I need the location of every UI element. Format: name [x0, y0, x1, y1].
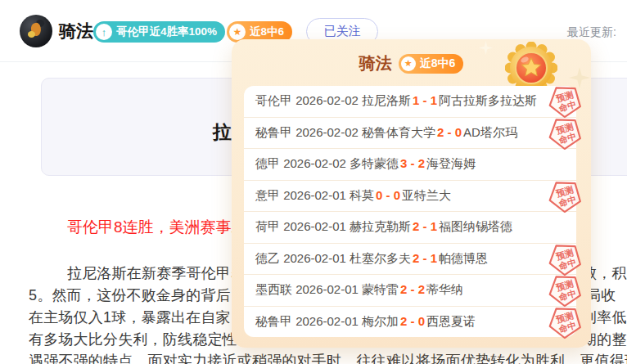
prediction-row-text: 秘鲁甲 2026-02-01 梅尔加2 - 0西恩夏诺: [255, 314, 476, 330]
popup-user-name: 骑法: [359, 52, 392, 74]
match-score: 1 - 1: [413, 93, 437, 107]
match-score: 2 - 0: [437, 125, 462, 139]
prediction-row-text: 秘鲁甲 2026-02-02 秘鲁体育大学2 - 0AD塔尔玛: [255, 125, 517, 141]
paragraph-line: 有多场大比分失利，防线稳定性: [29, 330, 237, 349]
prediction-hit-stamp-icon: 预测命中: [542, 110, 589, 155]
prediction-row: 哥伦甲 2026-02-02 拉尼洛斯1 - 1阿古拉斯多拉达斯预测命中: [244, 86, 576, 118]
up-arrow-icon: ↑: [96, 24, 112, 40]
prediction-row-text: 德乙 2026-02-01 杜塞尔多夫2 - 1帕德博恩: [255, 251, 488, 267]
article-title-fragment: 拉: [213, 119, 232, 145]
prediction-hit-stamp-icon: 预测命中: [542, 299, 589, 344]
prediction-row-text: 哥伦甲 2026-02-02 拉尼洛斯1 - 1阿古拉斯多拉达斯: [255, 93, 537, 109]
match-score: 2 - 0: [400, 314, 425, 328]
winrate-badge: ↑ 哥伦甲近4胜率100%: [93, 21, 225, 43]
prediction-row: 德甲 2026-02-02 多特蒙德3 - 2海登海姆: [244, 149, 576, 181]
paragraph-line: 拉尼洛斯在新赛季哥伦甲表: [67, 263, 246, 283]
paragraph-line: 5。然而，这份不败金身的背后: [29, 285, 231, 305]
avatar-art: [28, 31, 35, 38]
prediction-row: 秘鲁甲 2026-02-01 梅尔加2 - 0西恩夏诺预测命中: [244, 307, 576, 338]
winrate-badge-label: 哥伦甲近4胜率100%: [116, 25, 217, 39]
prediction-row: 秘鲁甲 2026-02-02 秘鲁体育大学2 - 0AD塔尔玛预测命中: [244, 118, 576, 150]
match-score: 2 - 2: [400, 282, 425, 296]
article-red-heading: 哥伦甲8连胜，美洲赛事发: [67, 217, 247, 238]
prediction-row: 意甲 2026-02-01 科莫0 - 0亚特兰大预测命中: [244, 181, 576, 213]
star-icon: ★: [229, 24, 246, 40]
match-score: 2 - 1: [413, 219, 437, 233]
prediction-hit-stamp-icon: 预测命中: [542, 173, 589, 218]
prediction-row-text: 德甲 2026-02-02 多特蒙德3 - 2海登海姆: [255, 156, 476, 172]
prediction-popup: 骑法 ★ 近8中6 哥伦甲 2026-: [232, 39, 591, 348]
prediction-row-text: 荷甲 2026-02-01 赫拉克勒斯2 - 1福图纳锡塔德: [255, 219, 512, 235]
match-score: 0 - 0: [376, 188, 400, 202]
match-score: 2 - 1: [413, 251, 437, 265]
sparkle-icon: [479, 41, 493, 55]
popup-record-badge: ★ 近8中6: [399, 54, 464, 74]
star-icon: ★: [401, 56, 416, 71]
prediction-row-text: 墨西联 2026-02-01 蒙特雷2 - 2蒂华纳: [255, 282, 463, 298]
prediction-list: 哥伦甲 2026-02-02 拉尼洛斯1 - 1阿古拉斯多拉达斯预测命中秘鲁甲 …: [244, 86, 576, 337]
prediction-row: 荷甲 2026-02-01 赫拉克勒斯2 - 1福图纳锡塔德: [244, 212, 576, 244]
user-name[interactable]: 骑法: [59, 20, 93, 43]
match-score: 3 - 2: [400, 156, 425, 170]
paragraph-line: 在主场仅入1球，暴露出在自家: [29, 308, 231, 327]
popup-record-label: 近8中6: [420, 56, 456, 71]
recent-record-label: 近8中6: [250, 25, 284, 39]
paragraph-line: 遇强不强的特点，面对实力接近或稍强的对手时，往往难以将场面优势转化为胜利，更值得…: [29, 351, 627, 364]
prediction-row: 墨西联 2026-02-01 蒙特雷2 - 2蒂华纳预测命中: [244, 275, 576, 307]
last-update-label: 最近更新:: [567, 25, 616, 40]
avatar[interactable]: [20, 15, 52, 47]
prediction-row-text: 意甲 2026-02-01 科莫0 - 0亚特兰大: [255, 188, 451, 204]
prediction-row: 德乙 2026-02-01 杜塞尔多夫2 - 1帕德博恩预测命中: [244, 244, 576, 276]
